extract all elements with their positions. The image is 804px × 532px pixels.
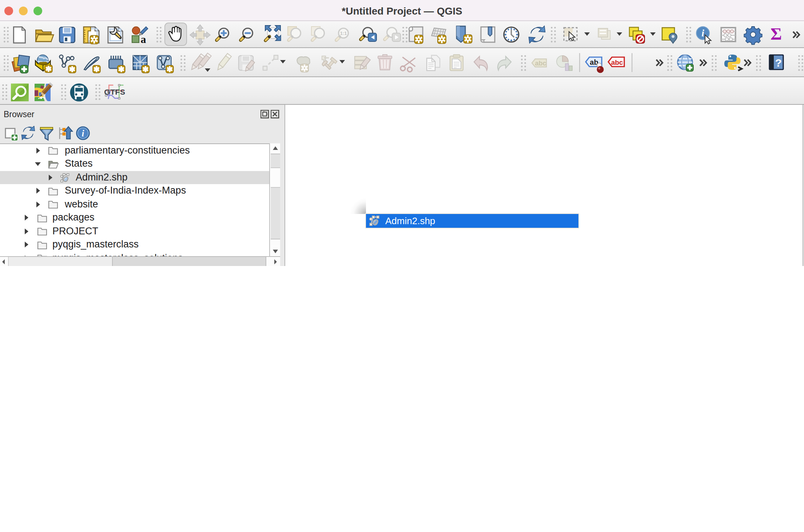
svg-text:a: a bbox=[141, 33, 146, 45]
svg-text:Σ: Σ bbox=[771, 25, 782, 43]
svg-text:i: i bbox=[82, 128, 84, 138]
svg-text:GTFS: GTFS bbox=[104, 87, 125, 96]
svg-text:?: ? bbox=[775, 57, 781, 69]
svg-text:abc: abc bbox=[535, 60, 546, 67]
svg-text:abc: abc bbox=[611, 59, 623, 66]
svg-text:i: i bbox=[701, 28, 704, 39]
svg-text:1:1: 1:1 bbox=[340, 31, 347, 36]
